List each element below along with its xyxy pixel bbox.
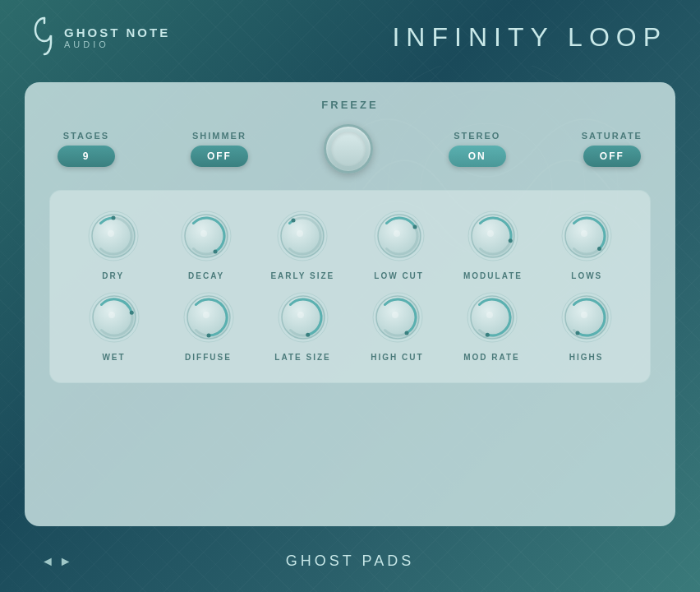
knob-label-diffuse: DIFFUSE [185,353,232,362]
main-panel: FREEZE STAGES 9 SHIMMER OFF STEREO ON SA… [25,82,675,526]
svg-point-14 [297,230,303,237]
svg-point-28 [93,296,136,339]
knob-decay[interactable] [177,207,235,265]
svg-point-46 [486,312,493,318]
knobs-row-2: WET DIFF [67,289,633,362]
svg-point-5 [111,216,115,220]
freeze-button[interactable] [324,124,373,173]
freeze-button-group [324,124,373,173]
knob-group-mod-rate: MOD RATE [463,289,521,362]
app-title: INFINITY LOOP [392,22,667,53]
svg-point-42 [392,312,398,318]
svg-point-30 [108,312,115,318]
svg-point-6 [108,230,114,237]
svg-point-44 [471,296,513,339]
knob-low-cut[interactable] [371,207,428,265]
knob-late-size[interactable] [274,289,332,346]
shimmer-button[interactable]: OFF [191,146,248,167]
svg-point-45 [485,333,489,337]
freeze-label: FREEZE [321,99,378,111]
logo-area: GHOST NOTE AUDIO [33,16,170,58]
nav-right-arrow[interactable]: ► [59,554,72,569]
knob-wet[interactable] [85,289,143,346]
knob-high-cut[interactable] [369,289,426,346]
svg-point-25 [597,247,601,251]
preset-name: GHOST PADS [286,553,414,570]
knob-highs[interactable] [558,289,615,346]
svg-point-8 [185,215,228,257]
knob-group-late-size: LATE SIZE [274,289,332,362]
knob-group-early-size: EARLY SIZE [270,207,334,280]
freeze-section: FREEZE [49,99,651,116]
knob-group-wet: WET [85,289,143,362]
svg-point-36 [282,296,325,339]
controls-row: STAGES 9 SHIMMER OFF STEREO ON SATURATE … [49,124,651,173]
stages-button[interactable]: 9 [58,146,115,167]
logo-audio: AUDIO [64,39,170,49]
knob-diffuse[interactable] [180,289,237,346]
knob-dry[interactable] [85,207,142,265]
saturate-label: SATURATE [582,131,642,141]
knob-group-modulate: MODULATE [463,207,523,280]
knob-mod-rate[interactable] [463,289,521,346]
svg-point-4 [92,215,135,257]
knob-label-lows: LOWS [571,271,602,280]
stereo-group: STEREO ON [449,131,506,167]
svg-point-37 [306,333,310,337]
saturate-button[interactable]: OFF [583,146,641,167]
knob-label-low-cut: LOW CUT [374,271,424,280]
svg-point-48 [565,296,608,339]
stereo-label: STEREO [454,131,500,141]
shimmer-label: SHIMMER [192,131,246,141]
knob-early-size[interactable] [274,207,331,265]
knob-label-highs: HIGHS [569,353,604,362]
svg-point-16 [378,215,421,257]
nav-arrows: ◄ ► [41,554,72,569]
svg-point-33 [206,334,210,338]
svg-point-22 [487,230,494,237]
svg-point-32 [187,296,230,339]
svg-point-24 [565,215,608,257]
stages-label: STAGES [63,131,109,141]
knob-label-decay: DECAY [188,271,224,280]
knob-label-late-size: LATE SIZE [274,353,330,362]
svg-point-41 [404,331,408,335]
svg-point-13 [292,218,296,222]
svg-point-20 [472,215,514,257]
knob-group-lows: LOWS [558,207,615,280]
svg-point-21 [509,238,513,243]
knob-label-wet: WET [102,353,125,362]
svg-point-26 [581,230,587,237]
knob-modulate[interactable] [464,207,522,265]
stereo-button[interactable]: ON [449,146,506,167]
svg-point-9 [214,250,218,254]
stages-group: STAGES 9 [58,131,115,167]
nav-left-arrow[interactable]: ◄ [41,554,54,569]
knob-label-early-size: EARLY SIZE [270,271,334,280]
knobs-row-1: DRY DECA [67,207,633,280]
footer: ◄ ► GHOST PADS [0,530,700,592]
knob-label-mod-rate: MOD RATE [463,353,520,362]
logo-icon [33,16,56,58]
svg-point-10 [200,230,207,237]
knob-group-decay: DECAY [177,207,235,280]
svg-point-29 [129,311,133,315]
knob-label-modulate: MODULATE [463,271,523,280]
knob-group-low-cut: LOW CUT [371,207,428,280]
svg-point-18 [394,230,400,237]
knob-group-high-cut: HIGH CUT [369,289,426,362]
svg-point-34 [203,312,210,318]
shimmer-group: SHIMMER OFF [191,131,248,167]
knob-label-dry: DRY [102,271,124,280]
logo-ghost-note: GHOST NOTE [64,25,170,39]
knob-lows[interactable] [558,207,615,265]
svg-point-17 [412,225,417,229]
svg-point-50 [581,312,587,318]
knob-label-high-cut: HIGH CUT [371,353,423,362]
svg-point-38 [297,312,304,318]
knob-group-highs: HIGHS [558,289,615,362]
svg-point-49 [575,331,579,335]
header: GHOST NOTE AUDIO INFINITY LOOP [0,0,700,74]
knob-group-dry: DRY [85,207,142,280]
svg-point-40 [376,296,419,339]
